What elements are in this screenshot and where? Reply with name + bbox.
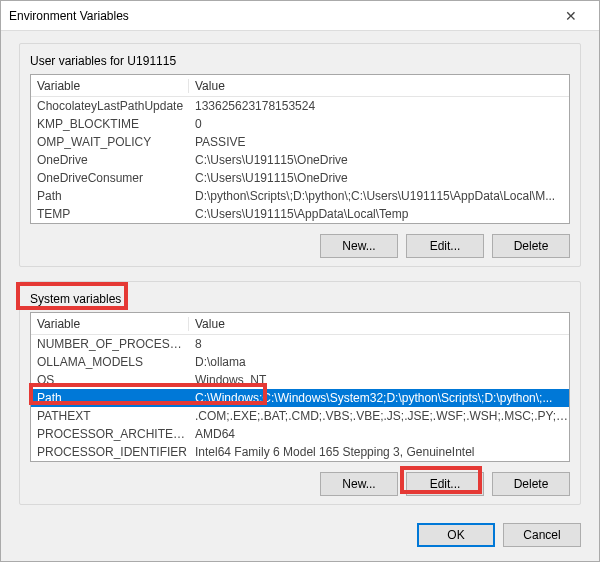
var-value: PASSIVE xyxy=(189,135,569,149)
cancel-button[interactable]: Cancel xyxy=(503,523,581,547)
table-row[interactable]: OSWindows_NT xyxy=(31,371,569,389)
var-name: PROCESSOR_ARCHITECTURE xyxy=(31,427,189,441)
var-name: PROCESSOR_IDENTIFIER xyxy=(31,445,189,459)
var-value: D:\ollama xyxy=(189,355,569,369)
var-name: ChocolateyLastPathUpdate xyxy=(31,99,189,113)
var-value: C:\Users\U191115\OneDrive xyxy=(189,153,569,167)
column-header-value[interactable]: Value xyxy=(189,79,569,93)
table-row[interactable]: PROCESSOR_ARCHITECTUREAMD64 xyxy=(31,425,569,443)
close-icon[interactable]: ✕ xyxy=(551,8,591,24)
user-variables-label: User variables for U191115 xyxy=(30,54,176,68)
column-header-variable[interactable]: Variable xyxy=(31,317,189,331)
dialog-title: Environment Variables xyxy=(9,9,551,23)
table-row[interactable]: NUMBER_OF_PROCESSORS8 xyxy=(31,335,569,353)
var-name: KMP_BLOCKTIME xyxy=(31,117,189,131)
user-rows[interactable]: ChocolateyLastPathUpdate1336256231781535… xyxy=(31,97,569,223)
dialog-content: User variables for U191115 Variable Valu… xyxy=(1,31,599,515)
column-header-variable[interactable]: Variable xyxy=(31,79,189,93)
var-name: OS xyxy=(31,373,189,387)
table-row[interactable]: PathD:\python\Scripts\;D:\python\;C:\Use… xyxy=(31,187,569,205)
ok-button[interactable]: OK xyxy=(417,523,495,547)
user-variables-list[interactable]: Variable Value ChocolateyLastPathUpdate1… xyxy=(30,74,570,224)
system-variables-list[interactable]: Variable Value NUMBER_OF_PROCESSORS8OLLA… xyxy=(30,312,570,462)
column-header-value[interactable]: Value xyxy=(189,317,569,331)
user-delete-button[interactable]: Delete xyxy=(492,234,570,258)
env-vars-dialog: Environment Variables ✕ User variables f… xyxy=(0,0,600,562)
var-value: D:\python\Scripts\;D:\python\;C:\Users\U… xyxy=(189,189,569,203)
table-row[interactable]: OLLAMA_MODELSD:\ollama xyxy=(31,353,569,371)
system-variables-group: System variables Variable Value NUMBER_O… xyxy=(19,281,581,505)
var-value: Windows_NT xyxy=(189,373,569,387)
var-value: 0 xyxy=(189,117,569,131)
var-name: Path xyxy=(31,189,189,203)
var-value: Intel64 Family 6 Model 165 Stepping 3, G… xyxy=(189,445,569,459)
table-row[interactable]: TEMPC:\Users\U191115\AppData\Local\Temp xyxy=(31,205,569,223)
table-row[interactable]: KMP_BLOCKTIME0 xyxy=(31,115,569,133)
var-name: OneDriveConsumer xyxy=(31,171,189,185)
system-edit-button[interactable]: Edit... xyxy=(406,472,484,496)
list-header: Variable Value xyxy=(31,313,569,335)
system-delete-button[interactable]: Delete xyxy=(492,472,570,496)
user-edit-button[interactable]: Edit... xyxy=(406,234,484,258)
system-new-button[interactable]: New... xyxy=(320,472,398,496)
list-header: Variable Value xyxy=(31,75,569,97)
var-name: NUMBER_OF_PROCESSORS xyxy=(31,337,189,351)
var-value: 8 xyxy=(189,337,569,351)
table-row[interactable]: PATHEXT.COM;.EXE;.BAT;.CMD;.VBS;.VBE;.JS… xyxy=(31,407,569,425)
system-variables-label: System variables xyxy=(30,292,121,306)
user-variables-group: User variables for U191115 Variable Valu… xyxy=(19,43,581,267)
table-row[interactable]: PROCESSOR_IDENTIFIERIntel64 Family 6 Mod… xyxy=(31,443,569,461)
var-name: TEMP xyxy=(31,207,189,221)
dialog-footer: OK Cancel xyxy=(1,515,599,561)
titlebar: Environment Variables ✕ xyxy=(1,1,599,31)
table-row[interactable]: OneDriveConsumerC:\Users\U191115\OneDriv… xyxy=(31,169,569,187)
var-value: C:\Users\U191115\AppData\Local\Temp xyxy=(189,207,569,221)
var-value: C:\Windows;C:\Windows\System32;D:\python… xyxy=(189,391,569,405)
var-value: AMD64 xyxy=(189,427,569,441)
var-name: OLLAMA_MODELS xyxy=(31,355,189,369)
var-value: .COM;.EXE;.BAT;.CMD;.VBS;.VBE;.JS;.JSE;.… xyxy=(189,409,569,423)
system-rows[interactable]: NUMBER_OF_PROCESSORS8OLLAMA_MODELSD:\oll… xyxy=(31,335,569,461)
table-row[interactable]: OMP_WAIT_POLICYPASSIVE xyxy=(31,133,569,151)
table-row[interactable]: OneDriveC:\Users\U191115\OneDrive xyxy=(31,151,569,169)
var-name: OMP_WAIT_POLICY xyxy=(31,135,189,149)
var-value: C:\Users\U191115\OneDrive xyxy=(189,171,569,185)
user-new-button[interactable]: New... xyxy=(320,234,398,258)
table-row[interactable]: ChocolateyLastPathUpdate1336256231781535… xyxy=(31,97,569,115)
system-buttons: New... Edit... Delete xyxy=(30,472,570,496)
user-buttons: New... Edit... Delete xyxy=(30,234,570,258)
table-row[interactable]: PathC:\Windows;C:\Windows\System32;D:\py… xyxy=(31,389,569,407)
var-value: 133625623178153524 xyxy=(189,99,569,113)
var-name: OneDrive xyxy=(31,153,189,167)
var-name: PATHEXT xyxy=(31,409,189,423)
var-name: Path xyxy=(31,391,189,405)
